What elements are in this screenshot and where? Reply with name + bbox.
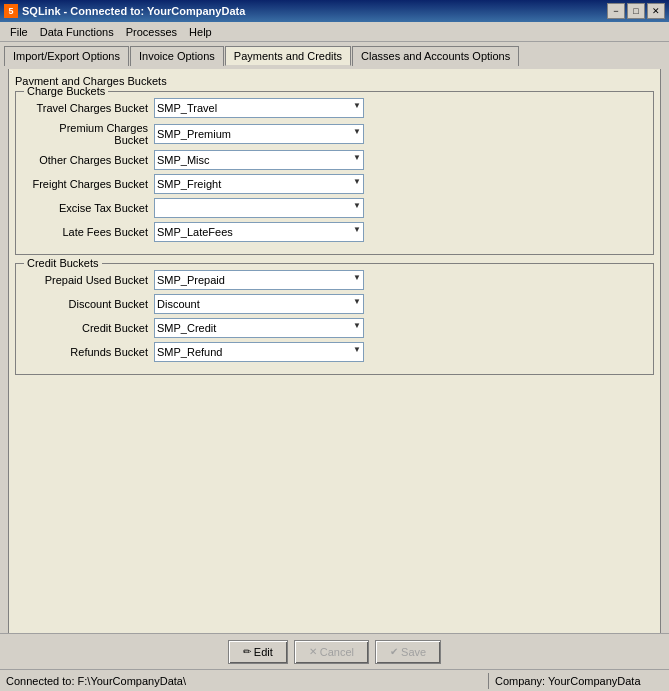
cancel-icon: ✕ — [309, 646, 317, 657]
late-fees-row: Late Fees Bucket SMP_LateFees — [24, 222, 645, 242]
excise-tax-select-wrapper — [154, 198, 364, 218]
charge-buckets-group: Charge Buckets Travel Charges Bucket SMP… — [15, 91, 654, 255]
excise-tax-label: Excise Tax Bucket — [24, 202, 154, 214]
prepaid-used-row: Prepaid Used Bucket SMP_Prepaid — [24, 270, 645, 290]
credit-select[interactable]: SMP_Credit — [154, 318, 364, 338]
status-bar: Connected to: F:\YourCompanyData\ Compan… — [0, 669, 669, 691]
refunds-select-wrapper: SMP_Refund — [154, 342, 364, 362]
other-charges-label: Other Charges Bucket — [24, 154, 154, 166]
refunds-bucket-row: Refunds Bucket SMP_Refund — [24, 342, 645, 362]
menu-help[interactable]: Help — [183, 24, 218, 40]
edit-label: Edit — [254, 646, 273, 658]
travel-charges-label: Travel Charges Bucket — [24, 102, 154, 114]
freight-charges-row: Freight Charges Bucket SMP_Freight — [24, 174, 645, 194]
section-title: Payment and Charges Buckets — [15, 75, 654, 87]
discount-select-wrapper: Discount — [154, 294, 364, 314]
menu-bar: File Data Functions Processes Help — [0, 22, 669, 42]
late-fees-select-wrapper: SMP_LateFees — [154, 222, 364, 242]
main-content: Payment and Charges Buckets Charge Bucke… — [0, 65, 669, 633]
premium-charges-select-wrapper: SMP_Premium — [154, 124, 364, 144]
title-bar: 5 SQLink - Connected to: YourCompanyData… — [0, 0, 669, 22]
menu-processes[interactable]: Processes — [120, 24, 183, 40]
tab-classes-accounts[interactable]: Classes and Accounts Options — [352, 46, 519, 66]
travel-charges-row: Travel Charges Bucket SMP_Travel — [24, 98, 645, 118]
menu-file[interactable]: File — [4, 24, 34, 40]
status-company: Company: YourCompanyData — [489, 673, 669, 689]
credit-bucket-label: Credit Bucket — [24, 322, 154, 334]
other-charges-select[interactable]: SMP_Misc — [154, 150, 364, 170]
prepaid-used-select-wrapper: SMP_Prepaid — [154, 270, 364, 290]
content-panel: Payment and Charges Buckets Charge Bucke… — [8, 69, 661, 633]
credit-buckets-group: Credit Buckets Prepaid Used Bucket SMP_P… — [15, 263, 654, 375]
freight-charges-select-wrapper: SMP_Freight — [154, 174, 364, 194]
late-fees-label: Late Fees Bucket — [24, 226, 154, 238]
status-connection: Connected to: F:\YourCompanyData\ — [0, 673, 489, 689]
save-button[interactable]: ✔ Save — [375, 640, 441, 664]
prepaid-used-select[interactable]: SMP_Prepaid — [154, 270, 364, 290]
freight-charges-select[interactable]: SMP_Freight — [154, 174, 364, 194]
discount-select[interactable]: Discount — [154, 294, 364, 314]
credit-buckets-legend: Credit Buckets — [24, 257, 102, 269]
excise-tax-select[interactable] — [154, 198, 364, 218]
other-charges-select-wrapper: SMP_Misc — [154, 150, 364, 170]
prepaid-used-label: Prepaid Used Bucket — [24, 274, 154, 286]
late-fees-select[interactable]: SMP_LateFees — [154, 222, 364, 242]
freight-charges-label: Freight Charges Bucket — [24, 178, 154, 190]
cancel-button[interactable]: ✕ Cancel — [294, 640, 369, 664]
refunds-select[interactable]: SMP_Refund — [154, 342, 364, 362]
premium-charges-label: Premium Charges Bucket — [24, 122, 154, 146]
travel-charges-select[interactable]: SMP_Travel — [154, 98, 364, 118]
window-title: SQLink - Connected to: YourCompanyData — [22, 5, 245, 17]
cancel-label: Cancel — [320, 646, 354, 658]
save-label: Save — [401, 646, 426, 658]
discount-bucket-row: Discount Bucket Discount — [24, 294, 645, 314]
other-charges-row: Other Charges Bucket SMP_Misc — [24, 150, 645, 170]
premium-charges-row: Premium Charges Bucket SMP_Premium — [24, 122, 645, 146]
close-button[interactable]: ✕ — [647, 3, 665, 19]
button-bar: ✏ Edit ✕ Cancel ✔ Save — [0, 633, 669, 669]
travel-charges-select-wrapper: SMP_Travel — [154, 98, 364, 118]
save-icon: ✔ — [390, 646, 398, 657]
tab-invoice-options[interactable]: Invoice Options — [130, 46, 224, 66]
premium-charges-select[interactable]: SMP_Premium — [154, 124, 364, 144]
excise-tax-row: Excise Tax Bucket — [24, 198, 645, 218]
menu-data-functions[interactable]: Data Functions — [34, 24, 120, 40]
edit-button[interactable]: ✏ Edit — [228, 640, 288, 664]
refunds-bucket-label: Refunds Bucket — [24, 346, 154, 358]
tab-bar: Import/Export Options Invoice Options Pa… — [0, 42, 669, 65]
credit-bucket-row: Credit Bucket SMP_Credit — [24, 318, 645, 338]
tab-payments-credits[interactable]: Payments and Credits — [225, 46, 351, 66]
edit-icon: ✏ — [243, 646, 251, 657]
window-controls: − □ ✕ — [607, 3, 665, 19]
discount-bucket-label: Discount Bucket — [24, 298, 154, 310]
charge-buckets-legend: Charge Buckets — [24, 85, 108, 97]
tab-import-export[interactable]: Import/Export Options — [4, 46, 129, 66]
minimize-button[interactable]: − — [607, 3, 625, 19]
credit-select-wrapper: SMP_Credit — [154, 318, 364, 338]
maximize-button[interactable]: □ — [627, 3, 645, 19]
app-icon: 5 — [4, 4, 18, 18]
